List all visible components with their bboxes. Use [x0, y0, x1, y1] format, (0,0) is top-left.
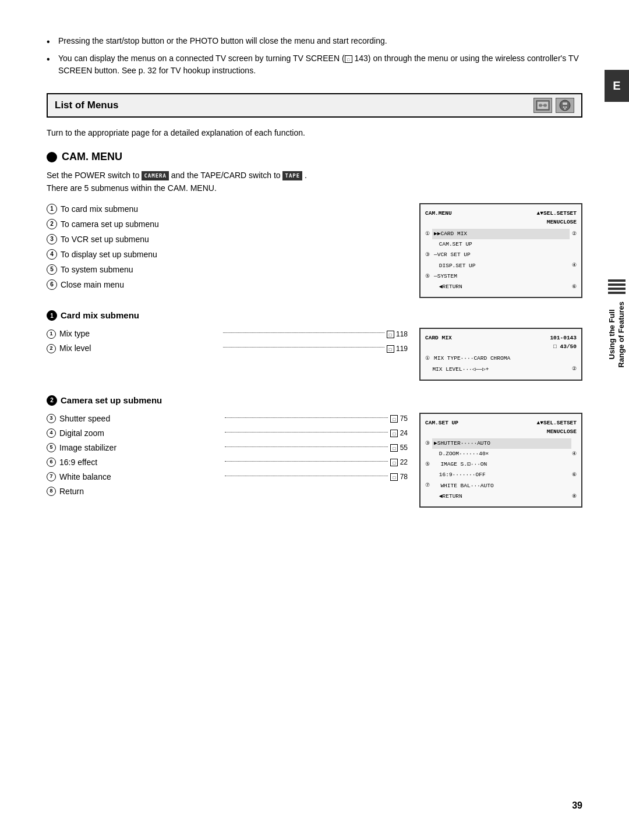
card-screen-line-1: ① MIX TYPE····CARD CHROMA [425, 353, 577, 364]
image-stabilizer-item: 5 Image stabilizer □ 55 [47, 442, 408, 454]
cam-menu-item-2: 2 To camera set up submenu [47, 218, 408, 231]
setup-callout-right-4: ④ [572, 450, 577, 458]
side-tab-e: E [605, 70, 629, 102]
bullet-text-2: You can display the menus on a connected… [58, 52, 582, 77]
card-mix-title: 1 Card mix submenu [47, 310, 582, 321]
cam-screen-header: CAM.MENU ▲▼SEL.SETSET MENUCLOSE [425, 209, 577, 226]
mix-type-ref: □ 118 [387, 329, 408, 339]
cam-screen-line-3: ③ —VCR SET UP ○ [425, 250, 577, 260]
cam-menu-item-5: 5 To system submenu [47, 264, 408, 276]
white-balance-item: 7 White balance □ 78 [47, 471, 408, 483]
mix-level-ref: □ 119 [387, 343, 408, 354]
header-icons [533, 98, 574, 113]
169-effect-item: 6 16:9 effect □ 22 [47, 456, 408, 469]
dot-num-3: 3 [47, 414, 56, 423]
shutter-item: 3 Shutter speed □ 75 [47, 413, 408, 425]
callout-right-2: ② [572, 230, 577, 238]
svg-point-7 [563, 107, 565, 108]
num-circle-2-filled: 2 [47, 395, 57, 406]
cam-menu-two-col: 1 To card mix submenu 2 To camera set up… [47, 203, 582, 298]
cam-menu-title: CAM. MENU [47, 151, 582, 163]
cam-screen-line-4: ○ DISP.SET UP ④ [425, 261, 577, 271]
camera-setup-screen: CAM.SET UP ▲▼SEL.SETSET MENUCLOSE ③ ▶SHU… [419, 413, 582, 508]
cam-menu-item-4: 4 To display set up submenu [47, 249, 408, 261]
callout-left-5: ⑤ [425, 272, 430, 281]
digital-zoom-item: 4 Digital zoom □ 24 [47, 427, 408, 440]
cam-screen-line-5: ⑤ —SYSTEM ○ [425, 271, 577, 282]
setup-callout-right-8: ⑧ [572, 492, 577, 501]
setup-callout-left-7: ⑦ [425, 481, 430, 490]
bullet-dot-2: • [47, 52, 56, 77]
side-lines-decoration [608, 279, 626, 296]
dot-num-8: 8 [47, 487, 56, 496]
camera-setup-screen-wrapper: CAM.SET UP ▲▼SEL.SETSET MENUCLOSE ③ ▶SHU… [419, 413, 582, 508]
camera-setup-submenu: 2 Camera set up submenu 3 Shutter speed … [47, 395, 582, 508]
callout-right-4: ④ [572, 261, 577, 270]
dot-num-6: 6 [47, 458, 56, 467]
cam-setup-screen-header: CAM.SET UP ▲▼SEL.SETSET MENUCLOSE [425, 419, 577, 436]
bullet-item-1: • Pressing the start/stop button or the … [47, 35, 582, 49]
camera-setup-list: 3 Shutter speed □ 75 4 Digital zoom □ 24 [47, 413, 408, 500]
remote-icon [556, 98, 574, 113]
black-bullet-cam [47, 152, 57, 162]
cam-setup-line-6: ○ ◀RETURN ⑧ [425, 491, 577, 502]
svg-point-8 [566, 107, 567, 108]
camera-badge: CAMERA [142, 171, 169, 180]
camera-setup-two-col: 3 Shutter speed □ 75 4 Digital zoom □ 24 [47, 413, 582, 508]
cam-setup-line-4: ○ 16:9·······OFF ⑥ [425, 470, 577, 480]
turn-to-page-text: Turn to the appropriate page for a detai… [47, 127, 582, 139]
cam-screen-line-6: ○ ◀RETURN ⑥ [425, 282, 577, 292]
page-number: 39 [572, 800, 582, 811]
cam-setup-line-3: ⑤ IMAGE S.⊡···ON ○ [425, 459, 577, 470]
dot-num-4: 4 [47, 428, 56, 438]
setup-callout-left-5: ⑤ [425, 460, 430, 469]
dot-num-5: 5 [47, 443, 56, 452]
page-container: E Using the Full Range of Features • Pre… [0, 0, 629, 840]
num-6: 6 [47, 279, 57, 290]
cam-setup-line-2: ○ D.ZOOM······40× ④ [425, 449, 577, 459]
card-callout-left-1: ① [425, 355, 430, 363]
card-callout-right-2: ② [572, 365, 577, 373]
cam-setup-line-1: ③ ▶SHUTTER·····AUTO ○ [425, 438, 577, 449]
mix-level-item: 2 Mix level □ 119 [47, 342, 408, 355]
dot-dots-1 [223, 332, 384, 333]
num-5: 5 [47, 264, 57, 275]
dot-dots-2 [223, 347, 384, 348]
bullet-item-2: • You can display the menus on a connect… [47, 52, 582, 77]
cam-menu-screen-wrapper: CAM.MENU ▲▼SEL.SETSET MENUCLOSE ① ▶▶CARD… [419, 203, 582, 298]
dot-num-7: 7 [47, 472, 56, 481]
cam-menu-section: CAM. MENU Set the POWER switch to CAMERA… [47, 151, 582, 298]
cam-menu-item-3: 3 To VCR set up submenu [47, 233, 408, 246]
setup-callout-left-3: ③ [425, 440, 430, 448]
callout-left-1: ① [425, 230, 430, 238]
bullet-text-1: Pressing the start/stop button or the PH… [58, 35, 582, 49]
list-of-menus-title: List of Menus [55, 100, 119, 111]
return-item: 8 Return [47, 485, 408, 498]
side-text-block: Using the Full Range of Features [605, 279, 629, 367]
cam-setup-line-5: ⑦ WHITE BAL···AUTO ○ [425, 481, 577, 491]
camera-setup-title: 2 Camera set up submenu [47, 395, 582, 406]
num-4: 4 [47, 249, 57, 260]
card-mix-two-col: 1 Mix type □ 118 2 Mix level □ 119 [47, 328, 582, 381]
remote-svg-icon [559, 100, 571, 111]
mix-level-label: Mix level [59, 342, 221, 355]
mix-type-item: 1 Mix type □ 118 [47, 328, 408, 340]
cam-menu-item-6: 6 Close main menu [47, 279, 408, 291]
cam-menu-screen: CAM.MENU ▲▼SEL.SETSET MENUCLOSE ① ▶▶CARD… [419, 203, 582, 298]
cam-screen-line-1: ① ▶▶CARD MIX ② [425, 229, 577, 239]
svg-point-9 [564, 108, 566, 110]
card-mix-submenu: 1 Card mix submenu 1 Mix type □ 118 2 [47, 310, 582, 381]
card-mix-screen-wrapper: CARD MIX 101-0143 □ 43/50 ① MIX TYPE····… [419, 328, 582, 381]
card-screen-header: CARD MIX 101-0143 □ 43/50 [425, 334, 577, 351]
num-3: 3 [47, 234, 57, 244]
callout-right-6: ⑥ [572, 283, 577, 291]
intro-bullets: • Pressing the start/stop button or the … [47, 35, 582, 77]
side-label: Using the Full Range of Features [607, 302, 626, 367]
num-2: 2 [47, 219, 57, 229]
card-mix-list: 1 Mix type □ 118 2 Mix level □ 119 [47, 328, 408, 357]
cam-screen-line-2: ○ CAM.SET UP ○ [425, 239, 577, 250]
num-circle-1-filled: 1 [47, 310, 57, 321]
card-mix-screen: CARD MIX 101-0143 □ 43/50 ① MIX TYPE····… [419, 328, 582, 381]
dot-num-1: 1 [47, 329, 56, 339]
svg-rect-6 [563, 102, 567, 105]
